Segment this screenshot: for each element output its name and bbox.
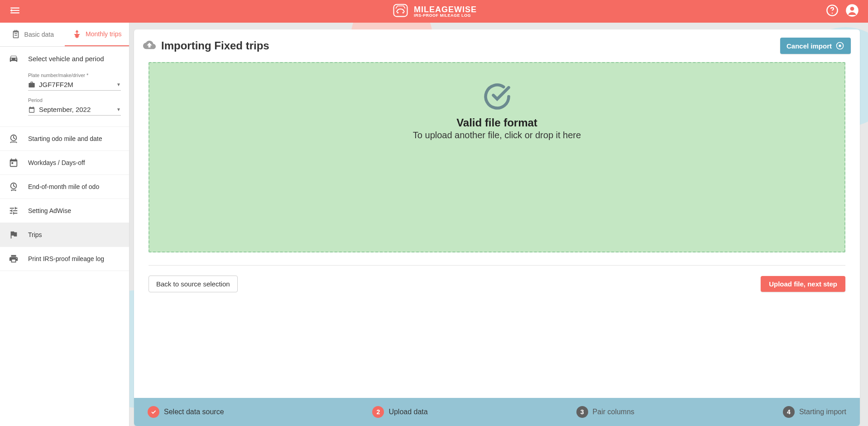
brand-name: MILEAGEWISE [414, 5, 477, 14]
chevron-down-icon: ▼ [116, 82, 121, 87]
app-header: MILEAGEWISE IRS-PROOF MILEAGE LOG [0, 0, 868, 23]
brand-logo[interactable]: MILEAGEWISE IRS-PROOF MILEAGE LOG [391, 1, 477, 21]
nav-print[interactable]: Print IRS-proof mileage log [0, 247, 129, 271]
sidebar-tabs: Basic data Monthly trips [0, 23, 129, 47]
dropzone-subtitle: To upload another file, click or drop it… [413, 130, 581, 140]
plate-select[interactable]: JGF7FF2M ▼ [28, 79, 121, 91]
odometer-icon [8, 134, 19, 144]
period-select[interactable]: September, 2022 ▼ [28, 104, 121, 116]
nav-label: Print IRS-proof mileage log [28, 255, 104, 262]
step-number: 4 [783, 406, 795, 418]
svg-point-6 [850, 7, 854, 11]
period-label: Period [28, 97, 121, 103]
check-icon [148, 406, 159, 418]
step-label: Starting import [799, 408, 846, 416]
nav-adwise[interactable]: Setting AdWise [0, 199, 129, 223]
import-stepper: Select data source 2 Upload data 3 Pair … [134, 398, 860, 426]
button-label: Cancel import [786, 42, 832, 50]
tab-basic-data[interactable]: Basic data [0, 23, 65, 46]
menu-collapse-icon[interactable] [9, 5, 21, 18]
nav-trips[interactable]: Trips [0, 223, 129, 247]
step-label: Select data source [164, 408, 224, 416]
step-number: 3 [576, 406, 588, 418]
divider [149, 265, 845, 266]
nav-label: Workdays / Days-off [28, 159, 85, 166]
tab-monthly-trips[interactable]: Monthly trips [65, 23, 129, 46]
nav-label: Setting AdWise [28, 207, 71, 214]
tab-label: Basic data [24, 31, 54, 38]
nav-end-odo[interactable]: End-of-month mile of odo [0, 175, 129, 199]
car-icon [8, 53, 19, 63]
dropzone-title: Valid file format [456, 116, 537, 129]
import-panel: Importing Fixed trips Cancel import Vali… [134, 29, 860, 426]
cancel-import-button[interactable]: Cancel import [780, 38, 851, 54]
step-label: Upload data [388, 408, 427, 416]
panel-title: Importing Fixed trips [161, 39, 269, 52]
check-circle-icon [482, 81, 513, 114]
plate-label: Plate number/make/driver * [28, 73, 121, 78]
step-number: 2 [372, 406, 384, 418]
print-icon [8, 254, 19, 264]
nav-label: Trips [28, 231, 42, 238]
help-icon[interactable] [826, 4, 839, 19]
step-3: 3 Pair columns [576, 406, 634, 418]
step-label: Pair columns [593, 408, 634, 416]
calendar-icon [28, 106, 35, 113]
sidebar-section-vehicle: Select vehicle and period [0, 47, 129, 70]
main-content: Importing Fixed trips Cancel import Vali… [129, 23, 868, 426]
account-icon[interactable] [845, 4, 859, 19]
calendar-days-icon [8, 158, 19, 168]
odometer-end-icon [8, 182, 19, 192]
svg-point-4 [832, 13, 833, 14]
next-step-button[interactable]: Upload file, next step [761, 276, 845, 292]
tune-icon [8, 206, 19, 216]
nav-starting-odo[interactable]: Starting odo mile and date [0, 126, 129, 151]
file-dropzone[interactable]: Valid file format To upload another file… [149, 62, 845, 252]
back-button[interactable]: Back to source selection [149, 276, 238, 292]
sidebar: Basic data Monthly trips Select vehicle … [0, 23, 129, 426]
svg-point-2 [402, 12, 403, 13]
step-1: Select data source [148, 406, 224, 418]
period-value: September, 2022 [39, 106, 113, 113]
tab-label: Monthly trips [86, 30, 121, 38]
briefcase-icon [28, 81, 35, 88]
nav-label: End-of-month mile of odo [28, 183, 99, 190]
car-logo-icon [391, 1, 409, 21]
cloud-upload-icon [143, 39, 156, 53]
plate-value: JGF7FF2M [39, 81, 113, 88]
step-2: 2 Upload data [372, 406, 427, 418]
svg-rect-10 [839, 45, 841, 47]
svg-point-1 [397, 12, 398, 13]
brand-tagline: IRS-PROOF MILEAGE LOG [414, 14, 477, 18]
flag-icon [8, 230, 19, 240]
section-title: Select vehicle and period [28, 55, 104, 63]
chevron-down-icon: ▼ [116, 107, 121, 112]
nav-label: Starting odo mile and date [28, 135, 102, 142]
nav-workdays[interactable]: Workdays / Days-off [0, 151, 129, 175]
stop-icon [835, 41, 844, 50]
step-4: 4 Starting import [783, 406, 846, 418]
